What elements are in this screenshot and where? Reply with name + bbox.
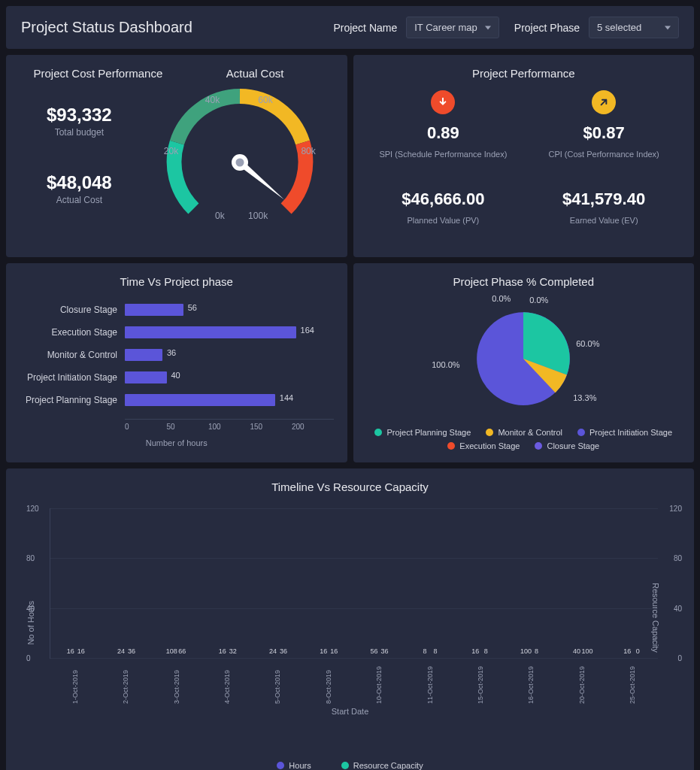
bar-value: 16 (471, 647, 479, 655)
pie-legend: Project Planning Stage Monitor & Control… (367, 428, 681, 450)
time-phase-title: Time Vs Project phase (20, 275, 334, 288)
bar-value: 24 (269, 647, 277, 655)
header: Project Status Dashboard Project Name IT… (6, 6, 694, 49)
x-tick-label: 5-Oct-2019 (274, 696, 281, 704)
hbar-value: 164 (301, 326, 314, 335)
bar-value: 100 (581, 647, 592, 655)
hbar-fill (125, 349, 162, 361)
filter-project-name: Project Name IT Career map (333, 17, 498, 38)
filter-project-phase: Project Phase 5 selected (514, 17, 679, 38)
hbar-fill (125, 371, 167, 383)
y-tick-left: 40 (26, 604, 35, 612)
pie-label-execution: 0.0% (492, 294, 511, 303)
total-budget-value: $93,332 (20, 105, 139, 126)
time-phase-xlabel: Number of hours (20, 438, 334, 447)
dropdown-project-name-value: IT Career map (414, 22, 477, 33)
ev-label: Earned Value (EV) (527, 215, 680, 226)
svg-point-2 (236, 159, 244, 167)
hbar-track: 144 (125, 394, 334, 406)
card-perf-title: Project Performance (367, 67, 681, 80)
card-phase-completed: Project Phase % Completed 60.0% 13.3% 10… (353, 263, 695, 462)
y-tick-left: 0 (26, 654, 31, 662)
legend-item: Hours (277, 761, 311, 770)
stat-actual-cost: $48,048 Actual Cost (20, 172, 139, 205)
card-cost-title-left: Project Cost Performance (20, 67, 177, 80)
timeline-title: Timeline Vs Resource Capacity (20, 480, 680, 493)
actual-cost-label: Actual Cost (20, 195, 139, 205)
axis-tick: 150 (250, 423, 292, 431)
svg-text:40k: 40k (205, 95, 220, 105)
svg-text:0k: 0k (215, 211, 226, 221)
legend-item: Project Planning Stage (374, 428, 471, 437)
total-budget-label: Total budget (20, 127, 139, 138)
svg-text:60k: 60k (258, 95, 273, 105)
hbar-value: 40 (171, 371, 180, 380)
bar-value: 16 (320, 647, 327, 655)
card-timeline: Timeline Vs Resource Capacity No of Hour… (6, 468, 694, 770)
axis-tick: 100 (208, 423, 250, 431)
bar-value: 16 (77, 647, 85, 655)
hbar-label: Monitor & Control (20, 350, 125, 360)
hbar-row: Project Planning Stage 144 (20, 389, 334, 411)
svg-text:80k: 80k (301, 146, 316, 156)
bar-value: 16 (330, 647, 338, 655)
hbar-value: 56 (188, 303, 197, 312)
x-tick-label: 1-Oct-2019 (71, 696, 79, 704)
hbar-row: Closure Stage 56 (20, 299, 334, 321)
card-time-vs-phase: Time Vs Project phase Closure Stage 56 E… (6, 263, 347, 462)
bar-value: 32 (229, 647, 237, 655)
hbar-track: 164 (125, 326, 334, 338)
chart-time-vs-phase: Closure Stage 56 Execution Stage 164 Mon… (20, 299, 334, 411)
card-cost-performance: Project Cost Performance Actual Cost $93… (6, 55, 347, 257)
hbar-row: Project Initiation Stage 40 (20, 366, 334, 389)
x-tick-label: 4-Oct-2019 (223, 696, 231, 704)
bar-value: 40 (573, 647, 580, 655)
x-tick-label: 20-Oct-2019 (578, 696, 586, 704)
chart-phase-pie: 60.0% 13.3% 100.0% 0.0% 0.0% (448, 299, 598, 419)
bar-value: 36 (381, 647, 389, 655)
y-tick-right: 80 (674, 554, 682, 562)
legend-item: Execution Stage (447, 441, 520, 450)
gauge-actual-cost: 0k 20k 40k 60k 80k 100k (157, 80, 323, 245)
dropdown-project-name[interactable]: IT Career map (406, 17, 499, 38)
pv-value: $46,666.00 (367, 189, 520, 209)
timeline-legend: Hours Resource Capacity (20, 761, 680, 770)
hbar-fill (125, 304, 183, 316)
y-tick-right: 120 (669, 505, 682, 513)
bar-value: 16 (623, 647, 631, 655)
y-tick-right: 0 (677, 654, 682, 662)
legend-item: Closure Stage (535, 441, 599, 450)
spi-value: 0.89 (367, 123, 520, 143)
hbar-label: Project Planning Stage (20, 395, 125, 405)
bar-value: 56 (371, 647, 378, 655)
svg-text:20k: 20k (164, 146, 179, 156)
hbar-track: 36 (125, 349, 334, 361)
bar-value: 8 (484, 647, 488, 655)
pie-label-initiation: 100.0% (432, 360, 459, 369)
bar-value: 16 (219, 647, 226, 655)
pie-title: Project Phase % Completed (367, 275, 681, 288)
x-tick-label: 11-Oct-2019 (426, 696, 434, 704)
x-tick-label: 25-Oct-2019 (629, 696, 636, 704)
axis-tick: 200 (292, 423, 334, 431)
bar-value: 8 (433, 647, 437, 655)
dropdown-project-phase[interactable]: 5 selected (589, 17, 679, 38)
bar-value: 24 (117, 647, 125, 655)
arrow-down-icon (431, 90, 455, 114)
x-tick-label: 15-Oct-2019 (477, 696, 484, 704)
bar-value: 8 (535, 647, 538, 655)
filter-project-name-label: Project Name (333, 22, 397, 34)
pv-label: Planned Value (PV) (367, 215, 520, 226)
pie-label-closure: 0.0% (529, 296, 548, 305)
hbar-label: Project Initiation Stage (20, 372, 125, 383)
x-tick-label: 2-Oct-2019 (122, 696, 129, 704)
bar-value: 36 (280, 647, 287, 655)
dropdown-project-phase-value: 5 selected (597, 22, 641, 33)
hbar-row: Execution Stage 164 (20, 321, 334, 344)
hbar-fill (125, 394, 275, 406)
x-tick-label: 16-Oct-2019 (527, 696, 535, 704)
hbar-label: Closure Stage (20, 305, 125, 315)
hbar-value: 144 (280, 393, 293, 402)
hbar-value: 36 (167, 348, 176, 357)
timeline-x-label: Start Date (20, 707, 680, 716)
